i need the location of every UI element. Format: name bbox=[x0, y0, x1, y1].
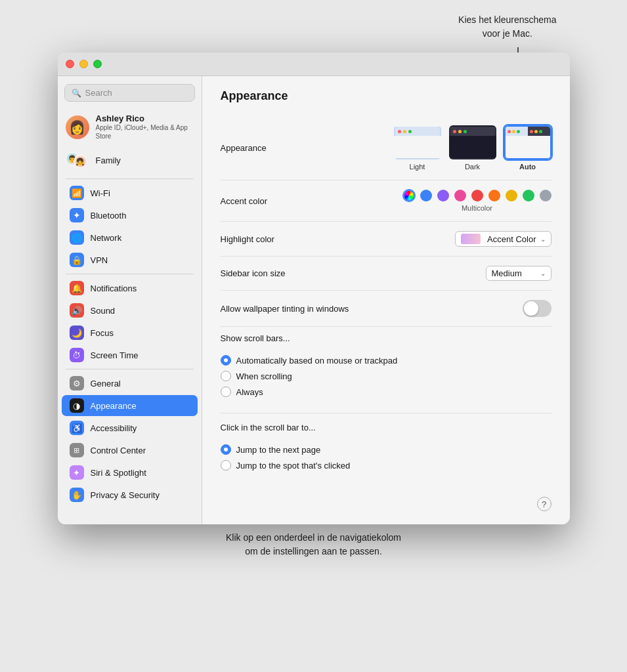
sidebar-icon-size-control: Medium ⌄ bbox=[486, 266, 551, 281]
appearance-name-light: Light bbox=[410, 163, 425, 171]
scroll-always-option[interactable]: Always bbox=[221, 387, 551, 397]
sidebar-item-label-focus: Focus bbox=[91, 328, 114, 338]
privacy-icon: ✋ bbox=[70, 488, 84, 502]
click-scroll-radio-group: Jump to the next page Jump to the spot t… bbox=[221, 438, 551, 477]
sidebar-item-sound[interactable]: 🔊 Sound bbox=[62, 300, 198, 321]
help-button[interactable]: ? bbox=[537, 497, 551, 511]
highlight-preview bbox=[461, 234, 481, 244]
minimize-button[interactable] bbox=[79, 60, 88, 68]
user-name: Ashley Rico bbox=[96, 114, 194, 123]
main-content: Appearance Appearance bbox=[202, 76, 570, 524]
size-dropdown-chevron: ⌄ bbox=[540, 270, 546, 277]
highlight-color-control: Accent Color ⌄ bbox=[455, 231, 551, 247]
click-nextpage-option[interactable]: Jump to the next page bbox=[221, 444, 551, 455]
toggle-knob bbox=[524, 301, 538, 316]
network-icon: 🌐 bbox=[70, 230, 84, 245]
color-dot-multicolor[interactable] bbox=[403, 190, 415, 201]
sidebar-item-screentime[interactable]: ⏱ Screen Time bbox=[62, 345, 198, 366]
system-preferences-window: 🔍 Search 👩 Ashley Rico Apple ID, iCloud+… bbox=[58, 52, 570, 524]
accessibility-icon: ♿ bbox=[70, 421, 84, 435]
sidebar-item-accessibility[interactable]: ♿ Accessibility bbox=[62, 417, 198, 438]
dot6 bbox=[539, 130, 542, 133]
search-bar[interactable]: 🔍 Search bbox=[64, 84, 195, 102]
sidebar-item-label-siri: Siri & Spotlight bbox=[91, 468, 146, 478]
accent-colors: Multicolor bbox=[403, 190, 551, 212]
sidebar-item-label-notifications: Notifications bbox=[91, 284, 137, 293]
scroll-always-radio[interactable] bbox=[221, 387, 231, 397]
scroll-bars-section: Show scroll bars... Automatically based … bbox=[221, 327, 551, 410]
color-dot-orange[interactable] bbox=[488, 190, 500, 201]
highlight-color-row: Highlight color Accent Color ⌄ bbox=[221, 222, 551, 257]
color-dot-purple[interactable] bbox=[437, 190, 449, 201]
sidebar-item-family[interactable]: 👨 👧 Family bbox=[58, 148, 202, 172]
scroll-always-label: Always bbox=[236, 387, 263, 397]
sidebar-item-siri[interactable]: ✦ Siri & Spotlight bbox=[62, 462, 198, 483]
sidebar-item-label-wifi: Wi-Fi bbox=[91, 188, 110, 198]
notifications-icon: 🔔 bbox=[70, 281, 84, 295]
user-info: Ashley Rico Apple ID, iCloud+, Media & A… bbox=[96, 114, 194, 140]
sidebar-item-bluetooth[interactable]: ✦ Bluetooth bbox=[62, 205, 198, 226]
color-dot-graphite[interactable] bbox=[540, 190, 551, 201]
color-dot-pink[interactable] bbox=[454, 190, 466, 201]
sidebar-item-label-network: Network bbox=[91, 233, 122, 243]
screentime-icon: ⏱ bbox=[70, 348, 84, 362]
sidebar-icon-size-dropdown[interactable]: Medium ⌄ bbox=[486, 266, 551, 281]
close-button[interactable] bbox=[66, 60, 74, 68]
sidebar-item-label-vpn: VPN bbox=[91, 255, 108, 265]
click-clickedspot-option[interactable]: Jump to the spot that's clicked bbox=[221, 460, 551, 471]
sidebar-item-notifications[interactable]: 🔔 Notifications bbox=[62, 278, 198, 299]
family-avatars: 👨 👧 bbox=[66, 152, 89, 168]
sidebar-item-appearance[interactable]: ◑ Appearance bbox=[62, 395, 198, 416]
sidebar-item-vpn[interactable]: 🔒 VPN bbox=[62, 249, 198, 270]
click-nextpage-radio[interactable] bbox=[221, 444, 231, 455]
appearance-name-auto: Auto bbox=[519, 163, 536, 171]
color-dot-blue[interactable] bbox=[420, 190, 432, 201]
sidebar-divider-1 bbox=[66, 178, 194, 179]
appearance-option-light[interactable]: Light bbox=[394, 125, 441, 171]
click-scroll-section: Click in the scroll bar to... Jump to th… bbox=[221, 416, 551, 484]
dot3 bbox=[517, 130, 520, 133]
focus-icon: 🌙 bbox=[70, 326, 84, 340]
scroll-scrolling-option[interactable]: When scrolling bbox=[221, 371, 551, 381]
sidebar-item-privacy[interactable]: ✋ Privacy & Security bbox=[62, 484, 198, 505]
dropdown-chevron: ⌄ bbox=[540, 236, 546, 243]
sidebar-item-label-bluetooth: Bluetooth bbox=[91, 211, 127, 220]
appearance-option-auto[interactable]: Auto bbox=[504, 125, 551, 171]
wallpaper-tinting-label: Allow wallpaper tinting in windows bbox=[221, 304, 349, 314]
callout-bottom: Klik op een onderdeel in de navigatiekol… bbox=[226, 531, 401, 558]
accent-color-control: Multicolor bbox=[403, 190, 551, 212]
user-profile[interactable]: 👩 Ashley Rico Apple ID, iCloud+, Media &… bbox=[58, 108, 202, 146]
highlight-color-value: Accent Color bbox=[487, 234, 536, 244]
click-clickedspot-radio[interactable] bbox=[221, 460, 231, 471]
color-dot-green[interactable] bbox=[523, 190, 534, 201]
scroll-scrolling-radio[interactable] bbox=[221, 371, 231, 381]
thumb-dot-r2 bbox=[453, 130, 456, 133]
sidebar-item-network[interactable]: 🌐 Network bbox=[62, 227, 198, 248]
appearance-icon: ◑ bbox=[70, 398, 84, 413]
appearance-option-dark[interactable]: Dark bbox=[449, 125, 496, 171]
sidebar-item-general[interactable]: ⚙ General bbox=[62, 373, 198, 394]
scroll-bars-radio-group: Automatically based on mouse or trackpad… bbox=[221, 348, 551, 404]
traffic-lights bbox=[66, 60, 102, 68]
scroll-auto-option[interactable]: Automatically based on mouse or trackpad bbox=[221, 355, 551, 366]
sidebar-divider-2 bbox=[66, 274, 194, 274]
maximize-button[interactable] bbox=[93, 60, 102, 68]
appearance-thumb-auto bbox=[504, 125, 551, 159]
wallpaper-tinting-toggle[interactable] bbox=[523, 300, 551, 317]
color-dot-yellow[interactable] bbox=[506, 190, 517, 201]
user-subtitle: Apple ID, iCloud+, Media & App Store bbox=[96, 123, 194, 140]
highlight-color-dropdown[interactable]: Accent Color ⌄ bbox=[455, 231, 551, 247]
wallpaper-tinting-row: Allow wallpaper tinting in windows bbox=[221, 291, 551, 327]
sidebar-item-controlcenter[interactable]: ⊞ Control Center bbox=[62, 440, 198, 461]
family-avatar-2: 👧 bbox=[74, 155, 87, 168]
scroll-auto-radio[interactable] bbox=[221, 355, 231, 366]
sidebar: 🔍 Search 👩 Ashley Rico Apple ID, iCloud+… bbox=[58, 76, 202, 524]
page-title: Appearance bbox=[221, 89, 551, 103]
sidebar-item-focus[interactable]: 🌙 Focus bbox=[62, 322, 198, 343]
appearance-options: Light bbox=[394, 125, 551, 171]
color-dot-red[interactable] bbox=[471, 190, 483, 201]
dot4 bbox=[530, 130, 533, 133]
scroll-bars-label: Show scroll bars... bbox=[221, 333, 551, 343]
sidebar-item-wifi[interactable]: 📶 Wi-Fi bbox=[62, 182, 198, 203]
click-clickedspot-label: Jump to the spot that's clicked bbox=[236, 461, 351, 471]
